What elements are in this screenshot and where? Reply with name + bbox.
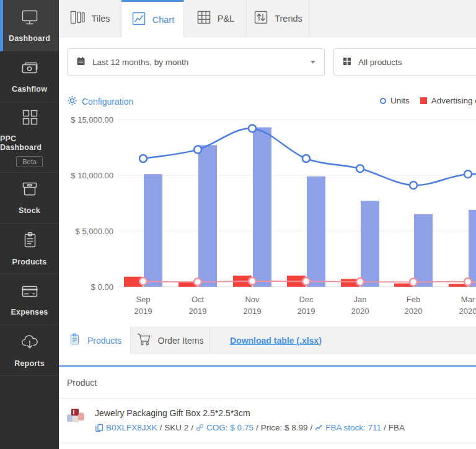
tab-label: Chart bbox=[152, 15, 174, 25]
product-meta: B0XLFX8JXK / SKU 2 / COG: $ 0.75 / Price… bbox=[95, 422, 405, 434]
product-sku: SKU 2 bbox=[164, 422, 188, 434]
clipboard-icon bbox=[20, 231, 39, 252]
separator: / bbox=[256, 422, 258, 434]
sidebar-item-reports[interactable]: Reports bbox=[0, 325, 59, 376]
tab-products[interactable]: Products bbox=[59, 326, 131, 354]
filter-row: Last 12 months, by month All products bbox=[59, 37, 476, 85]
sidebar-item-label: Stock bbox=[19, 206, 40, 215]
sidebar-item-dashboard[interactable]: Dashboard bbox=[0, 0, 59, 51]
svg-text:Oct: Oct bbox=[192, 295, 205, 304]
svg-text:$ 10,000.00: $ 10,000.00 bbox=[71, 171, 113, 180]
svg-text:$ 15,000.00: $ 15,000.00 bbox=[71, 115, 113, 124]
products-value: All products bbox=[358, 58, 402, 67]
config-row: Configuration Units Advertising cost bbox=[67, 95, 468, 109]
product-thumbnail bbox=[67, 409, 84, 424]
legend-label: Units bbox=[390, 96, 410, 105]
sidebar-item-label: Expenses bbox=[11, 308, 48, 316]
sidebar-item-products[interactable]: Products bbox=[0, 224, 59, 274]
tab-trends[interactable]: Trends bbox=[247, 0, 309, 37]
svg-text:Dec: Dec bbox=[299, 295, 314, 304]
table-header-row: Product bbox=[59, 367, 476, 399]
table-row: Jewelry Packaging Gift Box 2.5*2.5*3cm B… bbox=[59, 399, 476, 443]
combo-chart-svg: $ 15,000.00$ 10,000.00$ 5,000.00$ 0.00Se… bbox=[59, 115, 476, 319]
legend-label: Advertising cost bbox=[431, 96, 476, 105]
grid-2x2-icon bbox=[20, 108, 39, 129]
svg-text:Sep: Sep bbox=[136, 295, 150, 304]
svg-text:$ 0.00: $ 0.00 bbox=[91, 282, 113, 292]
tiles-icon bbox=[69, 9, 86, 27]
download-table-link[interactable]: Download table (.xlsx) bbox=[230, 326, 322, 354]
tab-pnl[interactable]: P&L bbox=[184, 0, 247, 37]
legend-item-units[interactable]: Units bbox=[380, 96, 410, 105]
svg-text:2020: 2020 bbox=[459, 307, 476, 316]
product-asin-link[interactable]: B0XLFX8JXK bbox=[106, 422, 157, 434]
product-fba-stock-link[interactable]: FBA stock: 711 bbox=[325, 422, 381, 434]
sidebar-item-label: Reports bbox=[14, 359, 45, 368]
tab-label: P&L bbox=[218, 14, 234, 24]
svg-text:Feb: Feb bbox=[407, 295, 420, 304]
svg-text:2019: 2019 bbox=[298, 307, 315, 316]
sidebar-item-label: PPC Dashboard bbox=[0, 134, 59, 152]
tab-label: Order Items bbox=[158, 336, 204, 346]
tab-order-items[interactable]: Order Items bbox=[131, 326, 210, 354]
archive-box-icon bbox=[20, 181, 39, 201]
svg-text:2019: 2019 bbox=[189, 307, 207, 316]
products-table: Product Jewelry Packaging Gift Box 2.5*2… bbox=[59, 365, 476, 443]
tab-chart[interactable]: Chart bbox=[121, 0, 184, 37]
sidebar-item-expenses[interactable]: Expenses bbox=[0, 274, 59, 325]
product-cell: Jewelry Packaging Gift Box 2.5*2.5*3cm B… bbox=[95, 407, 405, 434]
circle-marker-icon bbox=[380, 98, 386, 104]
grid-small-icon bbox=[343, 57, 351, 68]
calendar-icon bbox=[76, 56, 86, 68]
svg-text:Nov: Nov bbox=[245, 295, 260, 304]
sparkline-icon bbox=[315, 424, 323, 432]
product-title: Jewelry Packaging Gift Box 2.5*2.5*3cm bbox=[95, 407, 405, 419]
combo-chart: $ 15,000.00$ 10,000.00$ 5,000.00$ 0.00Se… bbox=[59, 115, 476, 319]
svg-text:2019: 2019 bbox=[244, 307, 262, 316]
svg-text:2020: 2020 bbox=[351, 307, 369, 316]
separator: / bbox=[310, 422, 312, 434]
banknote-icon bbox=[20, 59, 39, 79]
sidebar-item-label: Cashflow bbox=[12, 85, 47, 94]
tab-label: Trends bbox=[275, 14, 302, 24]
app-root: Dashboard Cashflow PPC Dashboard Beta bbox=[0, 0, 476, 449]
square-marker-icon bbox=[420, 97, 427, 104]
configuration-link[interactable]: Configuration bbox=[67, 95, 133, 108]
tab-label: Tiles bbox=[91, 14, 110, 24]
main-panel: Tiles Chart bbox=[59, 0, 476, 449]
beta-badge: Beta bbox=[16, 156, 43, 167]
configuration-label: Configuration bbox=[82, 97, 133, 107]
sidebar-item-label: Dashboard bbox=[9, 34, 50, 43]
link-icon bbox=[196, 424, 204, 432]
products-select[interactable]: All products bbox=[333, 48, 476, 76]
separator: / bbox=[191, 422, 193, 434]
table-tabbar: Products Order Items Download table (.xl… bbox=[59, 326, 476, 354]
svg-text:Mar: Mar bbox=[461, 295, 475, 304]
column-header-product: Product bbox=[67, 378, 97, 388]
period-select[interactable]: Last 12 months, by month bbox=[67, 48, 325, 76]
sidebar-item-cashflow[interactable]: Cashflow bbox=[0, 51, 59, 102]
svg-text:Jan: Jan bbox=[354, 295, 367, 304]
tab-label: Products bbox=[87, 336, 121, 346]
product-cog-link[interactable]: COG: $ 0.75 bbox=[206, 422, 253, 434]
product-price: Price: $ 8.99 bbox=[261, 422, 308, 434]
line-chart-icon bbox=[131, 11, 147, 28]
svg-text:2019: 2019 bbox=[134, 307, 152, 316]
credit-card-icon bbox=[20, 282, 39, 302]
legend-item-advertising-cost[interactable]: Advertising cost bbox=[420, 96, 476, 105]
gear-icon bbox=[67, 95, 77, 108]
clipboard-icon bbox=[68, 333, 81, 348]
sidebar-item-ppc-dashboard[interactable]: PPC Dashboard Beta bbox=[0, 102, 59, 173]
monitor-icon bbox=[20, 9, 39, 28]
sidebar-item-label: Products bbox=[12, 258, 47, 266]
copy-icon[interactable] bbox=[95, 424, 104, 432]
sidebar-item-stock[interactable]: Stock bbox=[0, 173, 59, 224]
svg-text:2020: 2020 bbox=[405, 307, 423, 316]
chart-legend: Units Advertising cost bbox=[380, 96, 476, 105]
svg-text:$ 5,000.00: $ 5,000.00 bbox=[76, 227, 113, 236]
tab-tiles[interactable]: Tiles bbox=[59, 0, 121, 37]
table-grid-icon bbox=[196, 9, 212, 27]
chevron-down-icon bbox=[311, 61, 315, 64]
up-down-arrows-icon bbox=[253, 9, 269, 27]
period-value: Last 12 months, by month bbox=[92, 58, 188, 67]
